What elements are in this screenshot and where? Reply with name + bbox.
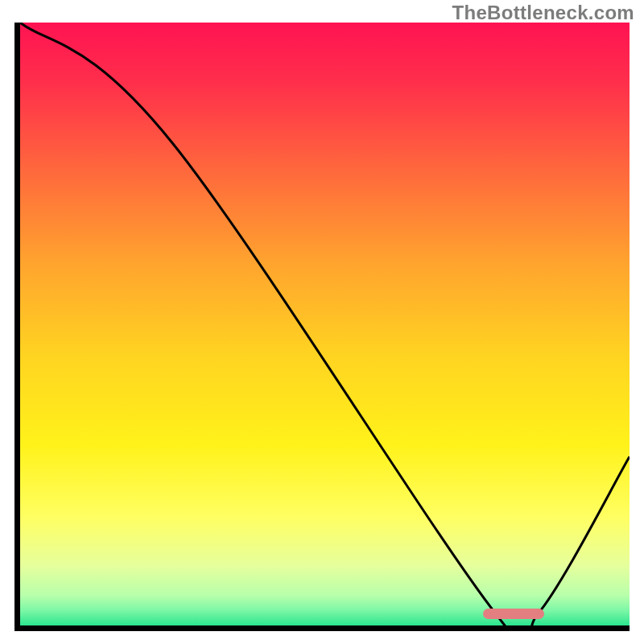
y-axis (14, 23, 20, 631)
attribution-label: TheBottleneck.com (452, 2, 634, 24)
x-axis (14, 625, 630, 631)
plot-area (20, 23, 630, 625)
chart-frame: TheBottleneck.com (0, 0, 644, 644)
optimal-range-marker (483, 609, 544, 619)
gradient-backdrop (20, 23, 630, 625)
plot-outer (14, 23, 630, 631)
chart-svg (20, 23, 630, 625)
